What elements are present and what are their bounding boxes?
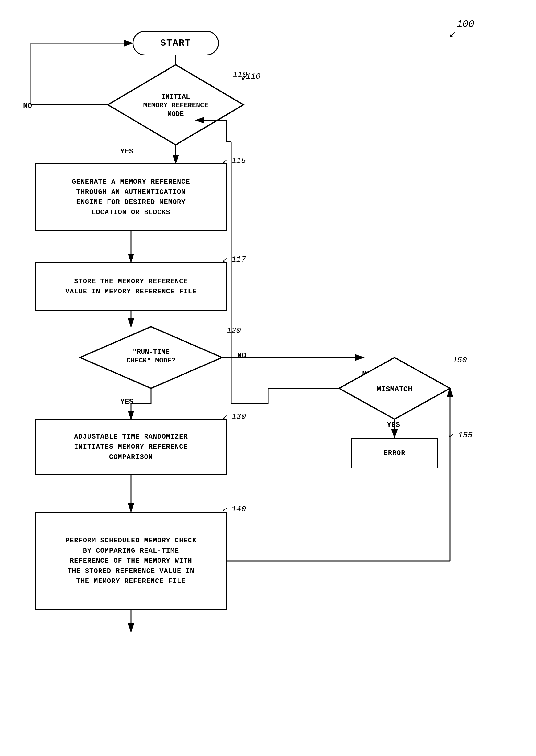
flowchart-diagram: 100 ↙ START GENERATE A MEMORY REFERENCE … xyxy=(0,0,536,756)
ref-100-arrow: ↙ xyxy=(449,29,456,40)
ref-115: ↙ 115 xyxy=(222,156,246,166)
label-yes-150: YES xyxy=(387,421,400,429)
ref-117: ↙ 117 xyxy=(222,254,246,264)
ref-130: ↙ 130 xyxy=(222,411,246,421)
ref-label-110: 110 xyxy=(233,70,247,80)
svg-marker-14 xyxy=(80,327,222,388)
ref-100-label: 100 xyxy=(456,18,474,30)
label-no-110: NO xyxy=(23,102,32,110)
svg-text:110: 110 xyxy=(246,72,260,81)
start-box: START xyxy=(133,31,219,55)
svg-text:150: 150 xyxy=(452,355,467,365)
svg-text:"RUN-TIME: "RUN-TIME xyxy=(133,348,170,356)
svg-text:MODE: MODE xyxy=(168,110,184,118)
label-yes-110: YES xyxy=(120,147,133,156)
process-box-130: ADJUSTABLE TIME RANDOMIZER INITIATES MEM… xyxy=(35,419,226,475)
ref-140: ↙ 140 xyxy=(222,504,246,514)
svg-text:MISMATCH: MISMATCH xyxy=(377,385,412,394)
process-box-140: PERFORM SCHEDULED MEMORY CHECK BY COMPAR… xyxy=(35,511,226,610)
label-no-120: NO xyxy=(237,351,246,360)
svg-marker-2 xyxy=(108,65,244,145)
process-box-117: STORE THE MEMORY REFERENCE VALUE IN MEMO… xyxy=(35,262,226,311)
label-yes-120: YES xyxy=(120,398,133,406)
svg-text:INITIAL: INITIAL xyxy=(161,93,190,101)
svg-text:CHECK" MODE?: CHECK" MODE? xyxy=(127,357,175,365)
svg-marker-21 xyxy=(339,357,450,419)
label-no-150: NO xyxy=(362,370,371,378)
process-box-115: GENERATE A MEMORY REFERENCE THROUGH AN A… xyxy=(35,163,226,231)
ref-155: ↙ 155 xyxy=(449,430,473,440)
svg-text:MEMORY REFERENCE: MEMORY REFERENCE xyxy=(143,102,208,110)
flowchart-svg: INITIAL MEMORY REFERENCE MODE 110 ↙ "RUN… xyxy=(0,0,536,756)
svg-text:120: 120 xyxy=(226,326,241,335)
process-box-155: ERROR xyxy=(352,438,438,469)
